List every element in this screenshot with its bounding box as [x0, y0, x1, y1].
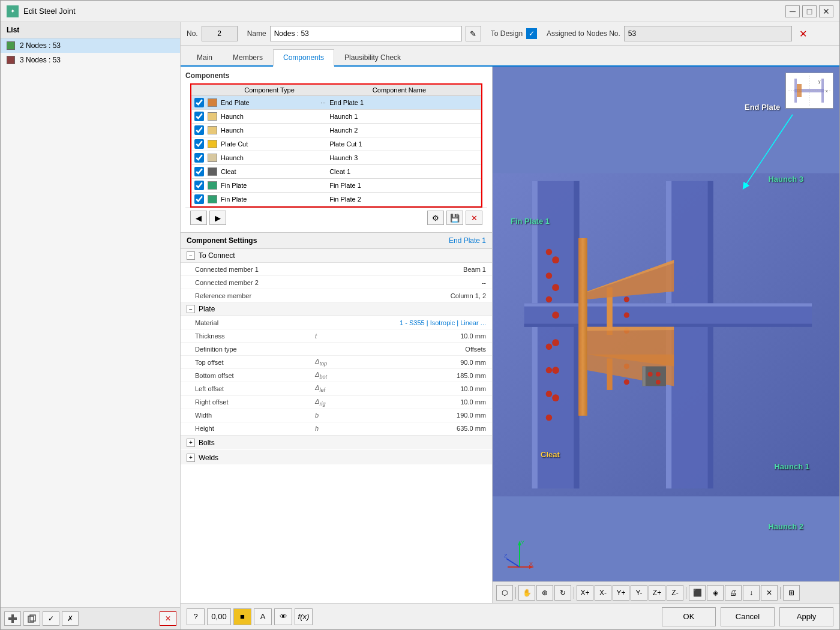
thickness-symbol: t	[315, 332, 345, 340]
comp-checkbox-1[interactable]	[194, 98, 204, 107]
close-button[interactable]: ✕	[819, 5, 833, 17]
check-button[interactable]: ✓	[43, 611, 59, 626]
units-button[interactable]: 0,00	[207, 608, 231, 625]
comp-delete-button[interactable]: ✕	[466, 211, 482, 225]
list-item[interactable]: 2 Nodes : 53	[1, 38, 180, 53]
edit-name-button[interactable]: ✎	[466, 26, 481, 41]
maximize-button[interactable]: □	[802, 5, 817, 17]
svg-point-37	[624, 379, 629, 385]
to-connect-header[interactable]: − To Connect	[181, 249, 492, 263]
comp-row[interactable]: End Plate ··· End Plate 1	[191, 96, 481, 110]
comp-checkbox-5[interactable]	[194, 153, 204, 163]
comp-color-3	[208, 126, 217, 134]
view-zm-button[interactable]: Z-	[667, 585, 683, 601]
comp-name-5: Haunch 3	[329, 154, 478, 161]
comp-row[interactable]: Haunch ··· Haunch 2	[191, 124, 481, 137]
axis-indicator: Y X Z	[502, 537, 538, 573]
comp-row[interactable]: Fin Plate ··· Fin Plate 2	[191, 193, 481, 206]
comp-row[interactable]: Cleat ··· Cleat 1	[191, 165, 481, 179]
svg-rect-23	[578, 238, 587, 416]
delete-list-button[interactable]: ✕	[160, 611, 176, 626]
plate-toggle[interactable]: −	[187, 305, 195, 313]
uncheck-button[interactable]: ✗	[62, 611, 79, 626]
plate-header[interactable]: − Plate	[181, 302, 492, 316]
no-input[interactable]	[202, 26, 238, 41]
name-input[interactable]	[270, 26, 462, 41]
tab-plausibility[interactable]: Plausibility Check	[334, 49, 411, 65]
apply-button[interactable]: Apply	[779, 607, 833, 626]
bolts-row[interactable]: + Bolts	[181, 436, 492, 449]
components-table-wrapper: Component Type Component Name End Plate …	[190, 83, 482, 208]
comp-dots-1: ···	[320, 99, 326, 106]
tab-members[interactable]: Members	[223, 49, 273, 65]
welds-row[interactable]: + Welds	[181, 451, 492, 464]
comp-type-1: End Plate	[221, 99, 317, 106]
app-icon: ✦	[7, 5, 19, 17]
comp-prev-button[interactable]: ◀	[190, 211, 207, 225]
definition-type-label: Definition type	[195, 346, 315, 353]
view-zoom-button[interactable]: ⊕	[536, 585, 553, 601]
thickness-row: Thickness t 10.0 mm	[181, 329, 492, 343]
comp-header-chk	[195, 86, 205, 94]
main-content: List 2 Nodes : 53 3 Nodes : 53 ✓	[1, 22, 839, 629]
comp-save-button[interactable]: 💾	[446, 211, 463, 225]
view-zp-button[interactable]: Z+	[649, 585, 665, 601]
minimize-button[interactable]: ─	[785, 5, 800, 17]
to-connect-toggle[interactable]: −	[187, 251, 195, 260]
material-value[interactable]: 1 - S355 | Isotropic | Linear ...	[345, 319, 486, 326]
height-symbol: h	[315, 425, 345, 432]
comp-row[interactable]: Plate Cut ··· Plate Cut 1	[191, 137, 481, 151]
formula-button[interactable]: f(x)	[295, 608, 313, 625]
comp-tool-button[interactable]: ⚙	[427, 211, 444, 225]
view-ym-button[interactable]: Y-	[631, 585, 647, 601]
view-select-button[interactable]: ⬡	[496, 585, 513, 601]
copy-list-button[interactable]	[23, 611, 40, 626]
comp-row[interactable]: Haunch ··· Haunch 1	[191, 110, 481, 124]
tab-components[interactable]: Components	[273, 49, 334, 67]
view-yp-button[interactable]: Y+	[613, 585, 629, 601]
comp-checkbox-6[interactable]	[194, 167, 204, 176]
to-design-checkbox[interactable]: ✓	[526, 28, 537, 39]
add-list-button[interactable]	[4, 611, 21, 626]
view-divider	[515, 587, 516, 599]
comp-row[interactable]: Haunch ··· Haunch 3	[191, 151, 481, 165]
clear-assigned-button[interactable]: ✕	[796, 26, 811, 41]
view-rotate-button[interactable]: ↻	[554, 585, 571, 601]
list-item[interactable]: 3 Nodes : 53	[1, 53, 180, 67]
text-button[interactable]: A	[254, 608, 272, 625]
comp-checkbox-7[interactable]	[194, 181, 204, 190]
comp-toolbar: ◀ ▶ ⚙ 💾 ✕	[185, 208, 487, 227]
comp-checkbox-2[interactable]	[194, 112, 204, 121]
view-arrow-button[interactable]: ↓	[743, 585, 760, 601]
content-area: Components Component Type Component Name	[181, 67, 839, 603]
comp-checkbox-4[interactable]	[194, 139, 204, 149]
comp-checkbox-3[interactable]	[194, 125, 204, 135]
right-panel: No. Name ✎ To Design ✓ Assigned to Nodes…	[181, 22, 839, 629]
view-xp-button[interactable]: X+	[577, 585, 593, 601]
components-section: Components Component Type Component Name	[181, 67, 492, 232]
help-button[interactable]: ?	[187, 608, 205, 625]
bolts-toggle[interactable]: +	[187, 439, 195, 447]
welds-label: Welds	[199, 454, 218, 462]
comp-next-button[interactable]: ▶	[209, 211, 226, 225]
view-expand-button[interactable]: ⊞	[783, 585, 800, 601]
comp-row[interactable]: Fin Plate ··· Fin Plate 1	[191, 179, 481, 193]
view-close-button[interactable]: ✕	[761, 585, 778, 601]
ok-button[interactable]: OK	[662, 607, 716, 626]
color-button[interactable]: ■	[233, 608, 251, 625]
view-layers-button[interactable]: ⬛	[689, 585, 706, 601]
comp-color-4	[208, 140, 217, 148]
view-xm-button[interactable]: X-	[595, 585, 611, 601]
view-divider-2	[574, 587, 574, 599]
view-pan-button[interactable]: ✋	[518, 585, 535, 601]
view-3d-button[interactable]: ◈	[707, 585, 724, 601]
tab-main[interactable]: Main	[187, 49, 223, 65]
visibility-button[interactable]: 👁	[274, 608, 292, 625]
thickness-value: 10.0 mm	[345, 332, 486, 340]
cancel-button[interactable]: Cancel	[721, 607, 775, 626]
comp-name-3: Haunch 2	[329, 127, 478, 134]
assigned-input[interactable]	[624, 26, 792, 41]
comp-checkbox-8[interactable]	[194, 194, 204, 204]
view-print-button[interactable]: 🖨	[725, 585, 742, 601]
welds-toggle[interactable]: +	[187, 454, 195, 462]
